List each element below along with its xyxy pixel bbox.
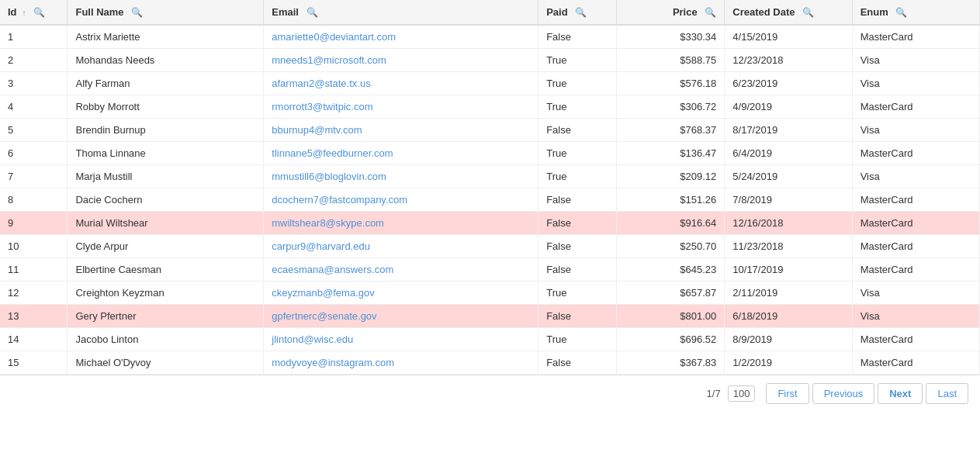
table-cell[interactable]: mneeds1@microsoft.com [264, 49, 538, 72]
col-header-email[interactable]: Email 🔍 [264, 0, 538, 25]
table-cell: $151.26 [617, 188, 725, 212]
search-icon-createddate[interactable]: 🔍 [802, 7, 814, 18]
table-cell[interactable]: afarman2@state.tx.us [264, 72, 538, 95]
search-icon-email[interactable]: 🔍 [306, 7, 318, 18]
table-cell: MasterCard [852, 142, 979, 165]
email-link[interactable]: tlinnane5@feedburner.com [272, 147, 393, 159]
table-cell: 1 [0, 25, 68, 49]
table-cell: 10/17/2019 [725, 258, 852, 282]
search-icon-id[interactable]: 🔍 [33, 7, 45, 18]
col-header-paid[interactable]: Paid 🔍 [538, 0, 617, 25]
table-cell: 6 [0, 142, 68, 165]
table-cell: Clyde Arpur [68, 235, 264, 258]
col-header-id[interactable]: Id ↑ 🔍 [0, 0, 68, 25]
table-cell: 8/9/2019 [725, 328, 852, 351]
table-cell: False [538, 212, 617, 235]
table-cell: Visa [852, 165, 979, 188]
table-row[interactable]: 4Robby Morrottrmorrott3@twitpic.comTrue$… [0, 95, 980, 119]
table-row[interactable]: 2Mohandas Needsmneeds1@microsoft.comTrue… [0, 49, 980, 72]
table-cell[interactable]: ckeyzmanb@fema.gov [264, 282, 538, 305]
table-row[interactable]: 6Thoma Linnanetlinnane5@feedburner.comTr… [0, 142, 980, 165]
email-link[interactable]: afarman2@state.tx.us [272, 78, 370, 89]
table-cell: Astrix Mariette [68, 25, 264, 49]
email-link[interactable]: mmustill6@bloglovin.com [272, 171, 386, 182]
table-cell: 5 [0, 119, 68, 142]
sort-icon-id[interactable]: ↑ [22, 8, 26, 17]
page-info: 1/7 [707, 388, 721, 399]
email-link[interactable]: modyvoye@instagram.com [272, 357, 394, 368]
email-link[interactable]: rmorrott3@twitpic.com [272, 101, 372, 112]
table-cell: Mohandas Needs [68, 49, 264, 72]
email-link[interactable]: jlintond@wisc.edu [272, 333, 353, 345]
first-button[interactable]: First [766, 383, 809, 404]
email-link[interactable]: carpur9@harvard.edu [272, 240, 370, 252]
table-cell[interactable]: modyvoye@instagram.com [264, 351, 538, 375]
previous-button[interactable]: Previous [812, 383, 875, 404]
col-header-enum[interactable]: Enum 🔍 [852, 0, 979, 25]
email-link[interactable]: gpfertnerc@senate.gov [272, 310, 376, 322]
table-cell[interactable]: gpfertnerc@senate.gov [264, 305, 538, 328]
table-row[interactable]: 10Clyde Arpurcarpur9@harvard.eduFalse$25… [0, 235, 980, 258]
table-cell[interactable]: dcochern7@fastcompany.com [264, 188, 538, 212]
table-cell: 8 [0, 188, 68, 212]
table-row[interactable]: 14Jacobo Lintonjlintond@wisc.eduTrue$696… [0, 328, 980, 351]
col-header-price[interactable]: Price 🔍 [617, 0, 725, 25]
search-icon-paid[interactable]: 🔍 [575, 7, 587, 18]
table-cell[interactable]: tlinnane5@feedburner.com [264, 142, 538, 165]
table-cell: True [538, 49, 617, 72]
table-cell[interactable]: bburnup4@mtv.com [264, 119, 538, 142]
table-cell[interactable]: mmustill6@bloglovin.com [264, 165, 538, 188]
table-cell: 2 [0, 49, 68, 72]
table-cell: $801.00 [617, 305, 725, 328]
table-cell: Visa [852, 72, 979, 95]
table-cell: $306.72 [617, 95, 725, 119]
page-size[interactable]: 100 [728, 385, 756, 402]
table-row[interactable]: 15Michael O'Dyvoymodyvoye@instagram.comF… [0, 351, 980, 375]
table-cell: $367.83 [617, 351, 725, 375]
col-label-fullname: Full Name [75, 6, 123, 18]
next-button[interactable]: Next [878, 383, 923, 404]
table-cell[interactable]: ecaesmana@answers.com [264, 258, 538, 282]
table-cell: 7/8/2019 [725, 188, 852, 212]
table-cell: False [538, 258, 617, 282]
table-row[interactable]: 12Creighton Keyzmanckeyzmanb@fema.govTru… [0, 282, 980, 305]
table-cell: 5/24/2019 [725, 165, 852, 188]
table-row[interactable]: 11Elbertine Caesmanecaesmana@answers.com… [0, 258, 980, 282]
table-row[interactable]: 9Murial Wiltshearmwiltshear8@skype.comFa… [0, 212, 980, 235]
table-cell: False [538, 188, 617, 212]
email-link[interactable]: mneeds1@microsoft.com [272, 54, 386, 66]
table-row[interactable]: 5Brendin Burnupbburnup4@mtv.comFalse$768… [0, 119, 980, 142]
col-header-createddate[interactable]: Created Date 🔍 [725, 0, 852, 25]
table-cell: 6/23/2019 [725, 72, 852, 95]
table-cell: MasterCard [852, 188, 979, 212]
table-cell: $588.75 [617, 49, 725, 72]
search-icon-fullname[interactable]: 🔍 [131, 7, 143, 18]
email-link[interactable]: dcochern7@fastcompany.com [272, 194, 407, 206]
table-cell: MasterCard [852, 212, 979, 235]
table-row[interactable]: 7Marja Mustillmmustill6@bloglovin.comTru… [0, 165, 980, 188]
table-cell: Visa [852, 282, 979, 305]
table-row[interactable]: 3Alfy Farmanafarman2@state.tx.usTrue$576… [0, 72, 980, 95]
table-cell: 11/23/2018 [725, 235, 852, 258]
table-row[interactable]: 13Gery Pfertnergpfertnerc@senate.govFals… [0, 305, 980, 328]
table-cell[interactable]: jlintond@wisc.edu [264, 328, 538, 351]
table-cell[interactable]: rmorrott3@twitpic.com [264, 95, 538, 119]
table-cell: 8/17/2019 [725, 119, 852, 142]
table-cell[interactable]: amariette0@deviantart.com [264, 25, 538, 49]
search-icon-price[interactable]: 🔍 [705, 7, 716, 18]
email-link[interactable]: ecaesmana@answers.com [272, 264, 393, 275]
email-link[interactable]: mwiltshear8@skype.com [272, 217, 384, 229]
table-row[interactable]: 1Astrix Marietteamariette0@deviantart.co… [0, 25, 980, 49]
table-cell: Brendin Burnup [68, 119, 264, 142]
email-link[interactable]: ckeyzmanb@fema.gov [272, 287, 374, 299]
search-icon-enum[interactable]: 🔍 [895, 7, 907, 18]
email-link[interactable]: amariette0@deviantart.com [272, 31, 396, 43]
table-cell: Alfy Farman [68, 72, 264, 95]
table-cell[interactable]: mwiltshear8@skype.com [264, 212, 538, 235]
col-header-fullname[interactable]: Full Name 🔍 [68, 0, 264, 25]
table-cell[interactable]: carpur9@harvard.edu [264, 235, 538, 258]
email-link[interactable]: bburnup4@mtv.com [272, 124, 362, 136]
table-row[interactable]: 8Dacie Cocherndcochern7@fastcompany.comF… [0, 188, 980, 212]
last-button[interactable]: Last [926, 383, 968, 404]
col-label-email: Email [272, 6, 299, 18]
